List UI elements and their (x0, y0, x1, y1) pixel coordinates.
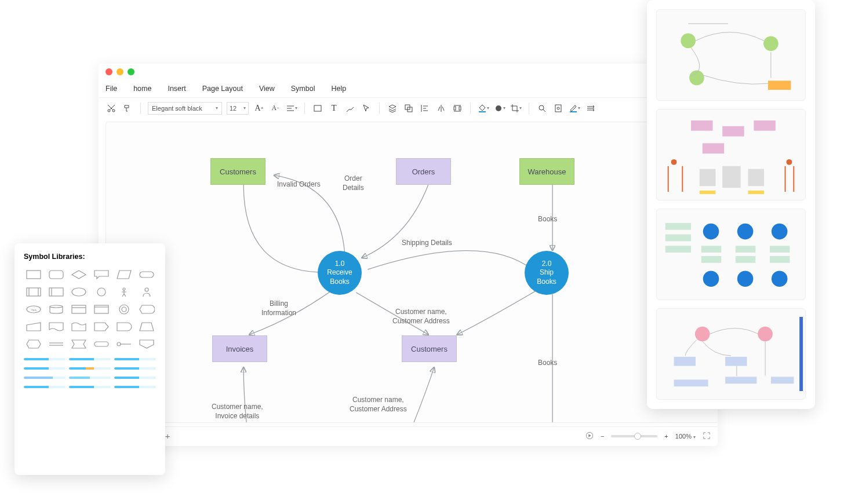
shape-circle[interactable] (92, 285, 111, 299)
progress-sample[interactable] (69, 386, 111, 388)
cut-icon[interactable] (106, 103, 117, 114)
shape-manual-input[interactable] (24, 320, 43, 334)
zoom-thumb[interactable] (634, 433, 641, 440)
shape-parallelogram[interactable] (114, 268, 133, 282)
svg-rect-31 (72, 305, 86, 313)
shadow-icon[interactable]: ▾ (494, 103, 505, 114)
shape-pill[interactable] (137, 268, 156, 282)
play-icon[interactable] (585, 432, 594, 441)
shape-user[interactable] (137, 285, 156, 299)
line-color-icon[interactable]: ▾ (569, 103, 580, 114)
flip-icon[interactable] (435, 103, 447, 114)
node-orders[interactable]: Orders (396, 158, 451, 185)
shape-wave-left[interactable] (46, 320, 66, 334)
progress-sample[interactable] (69, 358, 111, 360)
shape-double-circle[interactable] (69, 302, 88, 316)
font-select[interactable]: Elegant soft black ▾ (148, 102, 222, 115)
progress-sample[interactable] (114, 367, 156, 370)
connector-icon[interactable] (344, 103, 356, 114)
menu-home[interactable]: home (133, 85, 151, 93)
pointer-icon[interactable] (361, 103, 372, 114)
chevron-down-icon: ▾ (216, 105, 218, 111)
template-thumb-1[interactable] (656, 9, 806, 101)
crop-icon[interactable]: ▾ (510, 103, 522, 114)
progress-sample[interactable] (69, 367, 111, 370)
shape-pentagon[interactable] (69, 337, 88, 351)
shape-ellipse[interactable] (69, 285, 88, 299)
shape-callout[interactable] (92, 268, 111, 282)
fullscreen-icon[interactable] (703, 432, 711, 441)
close-window-dot[interactable] (106, 68, 112, 75)
progress-sample[interactable] (114, 377, 156, 379)
text-tool-icon[interactable]: T (328, 103, 340, 114)
shape-rounded-rect[interactable] (46, 268, 66, 282)
zoom-out-icon[interactable]: − (601, 433, 604, 440)
shape-rect[interactable] (24, 268, 43, 282)
decrease-font-icon[interactable]: A− (270, 103, 281, 114)
shape-cylinder[interactable] (46, 302, 66, 316)
maximize-window-dot[interactable] (128, 68, 134, 75)
minimize-window-dot[interactable] (117, 68, 123, 75)
shape-wave-right[interactable] (69, 320, 88, 334)
shape-actor[interactable] (114, 285, 133, 299)
template-thumb-2[interactable] (656, 109, 806, 200)
shape-yes-pill[interactable]: Yes (24, 302, 43, 316)
increase-font-icon[interactable]: A+ (253, 103, 265, 114)
shape-bullet[interactable] (114, 320, 133, 334)
search-icon[interactable] (536, 103, 548, 114)
shape-stadium[interactable] (92, 337, 111, 351)
shape-hexagon[interactable] (24, 337, 43, 351)
template-thumb-3[interactable] (656, 209, 806, 300)
layers-icon[interactable] (387, 103, 398, 114)
zoom-in-icon[interactable]: + (664, 433, 668, 440)
font-size-select[interactable]: 12 ▾ (227, 102, 249, 115)
node-process-ship[interactable]: 2.0 Ship Books (525, 251, 569, 295)
shape-diamond[interactable] (69, 268, 88, 282)
edge-label-invoice: Customer name, Invoice details (212, 403, 263, 421)
align-text-icon[interactable]: ▾ (286, 103, 297, 114)
shape-tag[interactable] (92, 320, 111, 334)
template-thumb-4[interactable] (656, 308, 806, 400)
node-customers2[interactable]: Customers (402, 335, 457, 362)
shape-display[interactable] (137, 302, 156, 316)
progress-sample[interactable] (24, 386, 66, 388)
zoom-value[interactable]: 100% ▾ (675, 433, 696, 440)
symbol-grid: Yes (24, 268, 156, 351)
page-settings-icon[interactable] (552, 103, 564, 114)
menu-file[interactable]: File (106, 85, 117, 93)
progress-sample[interactable] (69, 377, 111, 379)
shape-trapezoid[interactable] (137, 320, 156, 334)
format-painter-icon[interactable] (122, 103, 133, 114)
diagram-canvas[interactable]: Customers Orders Warehouse Invoices Cust… (106, 122, 718, 423)
menu-symbol[interactable]: Symbol (291, 85, 315, 93)
shape-side-rect[interactable] (46, 285, 66, 299)
menu-help[interactable]: Help (331, 85, 346, 93)
menu-page-layout[interactable]: Page Layout (202, 85, 243, 93)
more-options-icon[interactable] (585, 103, 596, 114)
group-icon[interactable] (403, 103, 414, 114)
node-warehouse[interactable]: Warehouse (519, 158, 574, 185)
progress-sample[interactable] (24, 367, 66, 370)
shape-dot-arrow[interactable] (114, 337, 133, 351)
shape-shield[interactable] (137, 337, 156, 351)
shape-double-line[interactable] (46, 337, 66, 351)
shape-double-rect[interactable] (24, 285, 43, 299)
progress-sample[interactable] (114, 358, 156, 360)
zoom-slider[interactable] (611, 435, 657, 437)
menu-view[interactable]: View (259, 85, 275, 93)
shape-lens[interactable] (114, 302, 133, 316)
menubar: File home Insert Page Layout View Symbol… (99, 80, 718, 97)
node-invoices[interactable]: Invoices (212, 335, 267, 362)
distribute-icon[interactable] (452, 103, 463, 114)
node-process-receive[interactable]: 1.0 Receive Books (318, 251, 362, 295)
align-objects-icon[interactable] (419, 103, 431, 114)
progress-sample[interactable] (24, 377, 66, 379)
add-page-icon[interactable]: + (165, 431, 170, 441)
node-customers[interactable]: Customers (210, 158, 265, 185)
shape-rect-icon[interactable] (312, 103, 323, 114)
progress-sample[interactable] (114, 386, 156, 388)
fill-color-icon[interactable]: ▾ (478, 103, 489, 114)
shape-card[interactable] (92, 302, 111, 316)
progress-sample[interactable] (24, 358, 66, 360)
menu-insert[interactable]: Insert (168, 85, 185, 93)
